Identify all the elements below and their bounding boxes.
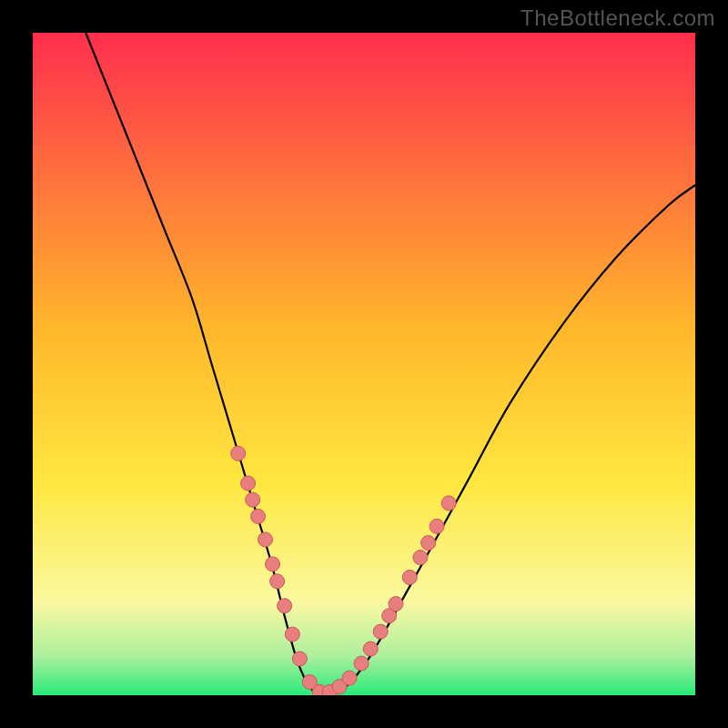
gpu-dot <box>354 656 369 671</box>
gpu-dot <box>270 574 285 589</box>
gpu-dot <box>430 519 444 533</box>
gpu-dot <box>363 642 378 656</box>
gpu-dot <box>441 496 456 511</box>
plot-area <box>33 33 695 695</box>
gpu-dot <box>241 476 256 490</box>
gpu-dot <box>292 652 307 666</box>
gpu-dot <box>402 570 417 584</box>
gpu-dot <box>342 671 357 685</box>
bottleneck-plot <box>33 33 695 695</box>
chart-frame: TheBottleneck.com <box>0 0 728 728</box>
gpu-dot <box>266 557 280 571</box>
gpu-dot <box>258 532 273 547</box>
gpu-dot <box>413 551 428 565</box>
gpu-dot <box>389 597 403 612</box>
gpu-dot <box>278 599 292 613</box>
gpu-dot <box>246 492 260 507</box>
watermark-text: TheBottleneck.com <box>521 5 715 31</box>
gradient-background <box>33 33 695 695</box>
gpu-dot <box>421 536 436 551</box>
gpu-dot <box>373 624 388 639</box>
gpu-dot <box>251 509 266 523</box>
gpu-dot <box>285 627 299 642</box>
gpu-dot <box>231 446 246 460</box>
